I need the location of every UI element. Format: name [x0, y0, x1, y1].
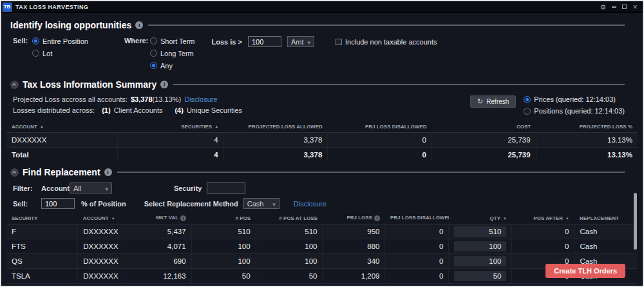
column-header-prj-loss-disallowed[interactable]: PRJ LOSS DISALLOWED	[385, 213, 449, 224]
radio-short-term[interactable]: Short Term	[150, 35, 195, 47]
collapse-chevron-icon[interactable]	[10, 168, 19, 177]
table-row[interactable]: FTS DXXXXXX 4,071 100 100 880 0 100 0 Ca…	[6, 239, 638, 254]
disclosure-link[interactable]: Disclosure	[294, 200, 327, 208]
sell-percent-input[interactable]	[41, 198, 75, 209]
column-header-qty[interactable]: QTY	[449, 213, 512, 224]
column-header-mkt-val[interactable]: MKT VAL	[126, 213, 191, 224]
checkbox-icon	[336, 39, 342, 45]
identify-form: Sell: Entire Position Lot Where: Short T…	[13, 35, 643, 72]
settings-gear-icon[interactable]	[600, 4, 607, 10]
table-row[interactable]: TSLA DXXXXXX 12,163 50 50 1,209 0 50 0 C…	[6, 269, 638, 284]
mkt-val-cell: 5,437	[126, 224, 191, 239]
radio-prices[interactable]: Prices (queried: 12:14:03)	[524, 94, 625, 105]
summary-table-header-row: ACCOUNT SECURITIES PROJECTED LOSS ALLOWE…	[6, 122, 638, 133]
num-pos-cell: 100	[191, 239, 256, 254]
checkbox-label: Include non taxable accounts	[345, 38, 437, 46]
window-controls	[600, 4, 643, 10]
loss-threshold-input[interactable]	[248, 36, 281, 47]
column-header-account[interactable]: ACCOUNT	[78, 213, 126, 224]
section-divider	[117, 172, 625, 173]
replacement-method-select[interactable]: Cash	[243, 198, 279, 209]
replacement-method-value: Cash	[247, 200, 264, 208]
security-filter-input[interactable]	[207, 183, 245, 193]
refresh-button[interactable]: Refresh	[470, 95, 516, 108]
qty-input[interactable]: 50	[454, 271, 506, 281]
total-loss-disallowed-cell: 0	[328, 148, 432, 163]
column-header-prj-loss-disallowed[interactable]: PRJ LOSS DISALLOWED	[328, 122, 432, 133]
info-icon[interactable]	[104, 168, 112, 176]
prj-loss-disallowed-cell: 0	[385, 269, 449, 284]
projected-loss-pct: (13.13%)	[153, 95, 182, 103]
column-header-securities[interactable]: SECURITIES	[117, 122, 223, 133]
total-loss-allowed-cell: 3,378	[223, 148, 328, 163]
include-non-taxable-checkbox[interactable]: Include non taxable accounts	[336, 35, 437, 48]
sell-label: Sell:	[13, 200, 41, 208]
qty-cell: 510	[449, 224, 512, 239]
accounts-filter-value: All	[73, 184, 81, 192]
column-header-security[interactable]: SECURITY	[6, 213, 78, 224]
loss-pct-cell: 13.13%	[536, 133, 638, 148]
column-header-cost[interactable]: COST	[431, 122, 536, 133]
radio-label: Positions (queried: 12:14:03)	[534, 107, 625, 115]
radio-selected-icon	[150, 62, 157, 69]
vertical-scrollbar[interactable]	[634, 193, 637, 250]
column-header-num-pos[interactable]: # POS	[191, 213, 256, 224]
accounts-filter-select[interactable]: All	[70, 183, 112, 193]
chevron-down-icon	[307, 38, 310, 46]
maximize-icon[interactable]	[622, 5, 627, 9]
column-header-account[interactable]: ACCOUNT	[6, 122, 117, 133]
sort-asc-icon	[37, 124, 44, 130]
unique-securities-count: (4)	[175, 106, 183, 114]
table-row[interactable]: QS DXXXXXX 690 100 100 340 0 100 0 Cash	[6, 254, 638, 269]
radio-entire-position[interactable]: Entire Position	[32, 35, 88, 47]
sort-asc-icon	[563, 215, 569, 221]
radio-any[interactable]: Any	[150, 59, 195, 72]
pos-after-cell: 0	[512, 239, 574, 254]
radio-selected-icon	[524, 96, 531, 103]
radio-long-term[interactable]: Long Term	[150, 47, 195, 59]
qty-cell: 100	[449, 239, 512, 254]
account-cell: DXXXXXX	[78, 239, 126, 254]
filter-row: Filter: Accounts All Security	[13, 182, 643, 194]
radio-unselected-icon	[150, 37, 157, 45]
title-bar: TB TAX LOSS HARVESTING	[1, 1, 643, 13]
radio-label: Entire Position	[43, 37, 88, 45]
num-pos-cell: 510	[191, 224, 256, 239]
num-pos-cell: 100	[191, 254, 256, 269]
column-header-replacement[interactable]: REPLACEMENT	[574, 213, 638, 224]
pos-at-loss-cell: 100	[256, 239, 323, 254]
qty-input[interactable]: 510	[454, 226, 506, 237]
loss-allowed-cell: 3,378	[223, 133, 328, 148]
column-header-projected-loss-allowed[interactable]: PROJECTED LOSS ALLOWED	[223, 122, 328, 133]
qty-input[interactable]: 100	[454, 241, 506, 252]
summary-section: Tax Loss Information Summary Projected L…	[1, 78, 643, 162]
unique-securities-label: Unique Securities	[187, 106, 242, 114]
radio-lot[interactable]: Lot	[32, 47, 88, 59]
radio-unselected-icon	[150, 50, 157, 57]
security-cell: TSLA	[6, 269, 78, 284]
minimize-icon[interactable]	[612, 6, 616, 8]
loss-threshold-group: Loss is > Amt Include non taxable accoun…	[212, 35, 437, 48]
radio-positions[interactable]: Positions (queried: 12:14:03)	[524, 105, 625, 117]
table-row[interactable]: F DXXXXXX 5,437 510 510 950 0 510 0 Cash	[6, 224, 638, 239]
mkt-val-cell: 4,071	[126, 239, 191, 254]
info-icon[interactable]	[135, 21, 143, 29]
create-tlh-orders-button[interactable]: Create TLH Orders	[545, 264, 625, 278]
column-header-projected-loss-pct[interactable]: PROJECTED LOSS %	[536, 122, 638, 133]
column-header-prj-loss[interactable]: PRJ LOSS	[323, 213, 385, 224]
refresh-icon	[477, 97, 483, 106]
loss-unit-select[interactable]: Amt	[287, 36, 314, 47]
info-icon[interactable]	[160, 81, 168, 88]
window-title: TAX LOSS HARVESTING	[15, 4, 88, 10]
prj-loss-disallowed-cell: 0	[385, 254, 449, 269]
column-header-num-pos-at-loss[interactable]: # POS AT LOSS	[256, 213, 323, 224]
table-row[interactable]: DXXXXXX 4 3,378 0 25,739 13.13%	[6, 133, 638, 148]
close-icon[interactable]	[632, 4, 638, 10]
disclosure-link[interactable]: Disclosure	[184, 95, 217, 103]
replacement-table: SECURITY ACCOUNT MKT VAL # POS # POS AT …	[6, 213, 638, 284]
collapse-chevron-icon[interactable]	[10, 81, 19, 89]
total-cost-cell: 25,739	[431, 148, 536, 163]
replacement-method-label: Select Replacement Method	[144, 200, 238, 208]
qty-input[interactable]: 100	[454, 256, 506, 266]
column-header-pos-after[interactable]: POS AFTER	[512, 213, 574, 224]
